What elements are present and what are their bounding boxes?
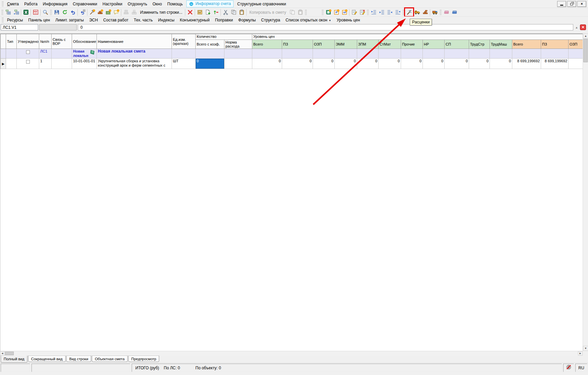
paste-page-button[interactable] [296,8,304,16]
cell-c_emm[interactable] [335,49,357,59]
approved-checkbox[interactable] [26,60,30,64]
horizontal-scrollbar[interactable]: ◄ ► [0,351,583,356]
cell-c_stmat[interactable] [379,49,401,59]
rates-button[interactable] [405,8,413,16]
column-subheader-b_total[interactable]: Всего [512,40,541,49]
panel-item-esn[interactable]: ЭСН [86,17,101,23]
menu-item-nastroyki[interactable]: Настройки [100,1,125,7]
price-p-button[interactable]: Р [332,8,340,16]
undo-button[interactable] [69,8,77,16]
cell-num[interactable]: ЛС1 [39,49,52,59]
books-blue-button[interactable] [450,8,458,16]
cell-unit[interactable]: ШТ [172,59,196,69]
column-subheader-c_pz[interactable]: ПЗ [282,40,313,49]
cell-basis[interactable]: 10-01-001-01 [72,59,97,69]
indent-increase-button[interactable] [378,8,386,16]
panel-item-popravki[interactable]: Поправки [212,17,236,23]
panel-item-panel-tsen[interactable]: Панель цен [25,17,53,23]
scroll-down-icon[interactable]: ▼ [583,346,588,351]
cell-c_trudmash[interactable] [490,49,512,59]
indent-decrease-last-button[interactable] [394,8,402,16]
panel-item-uroven-tsen[interactable]: Уровень цен [334,17,363,23]
close-formula-bar-button[interactable]: ✕ [580,24,586,30]
copy-pages-button[interactable] [288,8,296,16]
change-row-type-button[interactable]: Изменить тип строки... [138,9,184,15]
add-section-button[interactable] [104,8,112,16]
vertical-scrollbar[interactable]: ▲ ▼ [583,33,588,351]
close-button[interactable]: × [577,1,586,7]
row-structure-button[interactable] [4,8,12,16]
menu-item-pomoshch[interactable]: Помощь [165,1,185,7]
row-selector-cell[interactable]: ▶ [1,59,6,69]
tab-polnyy-vid[interactable]: Полный вид [1,356,27,363]
cell-qty_norm[interactable] [224,59,252,69]
estimate-params-button[interactable] [196,8,204,16]
scroll-up-icon[interactable]: ▲ [583,33,588,39]
cell-tip[interactable] [6,49,17,59]
cell-c_pz[interactable] [282,49,313,59]
tab-vid-stroki[interactable]: Вид строки [66,356,91,362]
edit-rows-delete-button[interactable] [358,8,366,16]
price-pr-button[interactable]: ПР [340,8,348,16]
cell-c_trudstr[interactable] [469,49,490,59]
cell-name[interactable]: Новая локальная смета [97,49,172,59]
cell-basis[interactable]: Новая локальн [72,49,97,59]
cell-vor[interactable] [52,59,72,69]
column-subheader-b_ozp[interactable]: ОЗП [569,40,583,49]
menu-item-otdokhnut[interactable]: Отдохнуть [125,1,150,7]
panel-item-konyunkturnyy[interactable]: Конъюнктурный [177,17,212,23]
excel-export-button[interactable] [22,8,30,16]
column-subheader-c_nr[interactable]: НР [423,40,445,49]
column-subheader-qty_norm[interactable]: Норма расхода [224,40,252,49]
cell-b_total[interactable]: 8 699,199692 [512,59,541,69]
panel-item-sostav-rabot[interactable]: Состав работ [101,17,131,23]
column-subheader-c_ozp[interactable]: ОЗП [313,40,335,49]
cell-b_pz[interactable]: 8 699,199692 [541,59,569,69]
cell-c_total[interactable] [252,49,282,59]
add-rate-button[interactable] [88,8,96,16]
cell-c_ozp[interactable]: 0 [313,59,335,69]
edit-rows-button[interactable] [350,8,358,16]
collapse-formula-bar-button[interactable]: ▲ [573,26,580,29]
menu-item-okno[interactable]: Окно [150,1,165,7]
menu-item-smeta[interactable]: Смета [4,1,21,7]
save-button[interactable] [53,8,61,16]
panel-item-spisok-otkrytykh-okon[interactable]: Список открытых окон▼ [283,17,334,23]
sort-rows-button[interactable] [212,8,220,16]
cell-qty_norm[interactable] [224,49,252,59]
delivery-button[interactable] [431,8,439,16]
approved-checkbox[interactable] [26,50,30,54]
column-subheader-c_trudstr[interactable]: ТрудСтр [469,40,490,49]
column-subheader-c_stmat[interactable]: СтМат [379,40,401,49]
scroll-right-icon[interactable]: ► [578,351,583,356]
column-header-sel[interactable] [1,34,6,49]
indent-increase-first-button[interactable] [370,8,378,16]
menu-item-spravochniki[interactable]: Справочники [70,1,100,7]
panel-item-resursy[interactable]: Ресурсы [4,17,25,23]
panel-item-formuly[interactable]: Формулы [236,17,258,23]
panel-item-indeksy[interactable]: Индексы [155,17,177,23]
paste-button[interactable] [238,8,246,16]
tab-obektnaya-smeta[interactable]: Объектная смета [92,356,128,362]
position-row[interactable]: ▶110-01-001-01Укрупнительная сборка и ус… [1,59,583,69]
scroll-left-icon[interactable]: ◄ [0,351,5,356]
machines-button[interactable] [413,8,421,16]
column-header-basis[interactable]: Обоснование [72,34,97,49]
cell-c_sp[interactable] [445,49,469,59]
cell-num[interactable]: 1 [39,59,52,69]
cell-c_stmat[interactable]: 0 [379,59,401,69]
cell-c_other[interactable] [401,49,423,59]
copy-to-estimate-button[interactable]: Копировать в смету [247,9,288,15]
cell-c_sp[interactable]: 0 [445,59,469,69]
pdf-export-button[interactable]: PDF [31,8,40,16]
column-header-num[interactable]: №п/п [39,34,52,49]
column-subheader-c_trudmash[interactable]: ТрудМаш [490,40,512,49]
add-document-button[interactable] [204,8,212,16]
cut-button[interactable] [221,8,230,16]
minimize-button[interactable] [557,1,566,7]
cell-c_zpm[interactable]: 0 [357,59,379,69]
column-header-approved[interactable]: Утверждено [17,34,39,49]
column-header-vor[interactable]: Связь с ВОР [52,34,72,49]
cell-c_total[interactable]: 0 [252,59,282,69]
cell-b_ozp[interactable] [569,49,583,59]
